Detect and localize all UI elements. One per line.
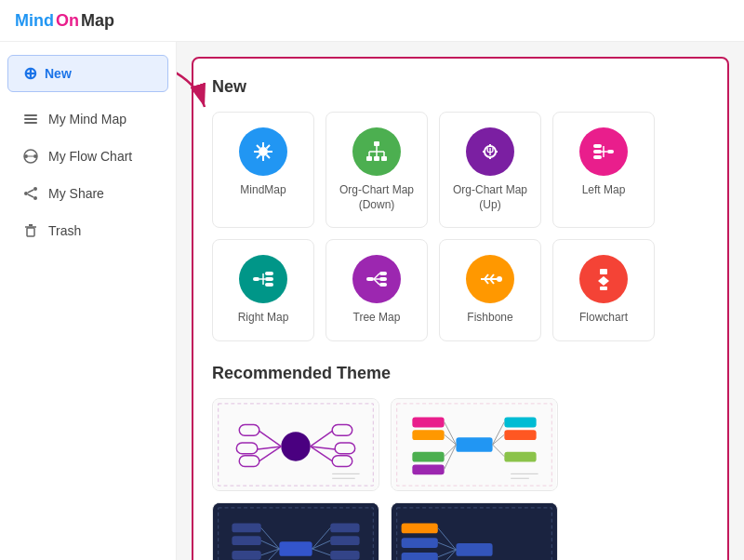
svg-point-4 <box>24 154 28 158</box>
map-grid: MindMap Org-Chart Map(Down) Ψ Org-Chart … <box>212 112 709 341</box>
svg-rect-49 <box>265 283 273 287</box>
logo-mind: Mind <box>15 11 54 31</box>
map-item-left-map[interactable]: Left Map <box>552 112 655 228</box>
theme-item-2[interactable] <box>391 398 558 491</box>
new-button-label: New <box>45 66 72 81</box>
svg-rect-109 <box>232 551 260 560</box>
org-chart-down-label: Org-Chart Map(Down) <box>339 183 414 212</box>
new-button[interactable]: ⊕ New <box>7 55 168 92</box>
sidebar-item-label: My Share <box>48 186 104 201</box>
new-section-title: New <box>212 77 709 97</box>
svg-rect-117 <box>330 551 359 560</box>
theme-item-4[interactable] <box>391 502 558 560</box>
svg-rect-48 <box>265 277 273 281</box>
flowchart-icon <box>579 255 628 303</box>
left-map-icon <box>579 127 628 176</box>
svg-line-23 <box>257 155 260 159</box>
logo-map: Map <box>81 11 114 31</box>
org-chart-up-icon: Ψ <box>466 127 514 176</box>
svg-rect-106 <box>279 541 312 556</box>
theme-item-1[interactable] <box>212 398 379 491</box>
mindmap-label: MindMap <box>240 183 286 198</box>
svg-rect-55 <box>379 283 387 287</box>
svg-rect-47 <box>265 272 273 275</box>
header: MindOnMap <box>0 0 744 42</box>
svg-rect-108 <box>232 536 260 545</box>
org-chart-up-label: Org-Chart Map (Up) <box>447 183 533 212</box>
app-layout: ⊕ New My Mind Map My Flow Chart My Share <box>0 42 744 560</box>
svg-line-56 <box>374 273 379 279</box>
svg-rect-89 <box>412 430 444 440</box>
svg-rect-26 <box>366 156 372 161</box>
svg-rect-42 <box>593 150 602 153</box>
map-item-mindmap[interactable]: MindMap <box>212 112 314 228</box>
svg-rect-96 <box>504 417 536 427</box>
org-chart-down-icon <box>352 127 401 176</box>
svg-rect-28 <box>381 156 387 161</box>
mindmap-icon <box>239 127 287 176</box>
svg-rect-65 <box>600 269 607 274</box>
left-map-label: Left Map <box>582 183 626 198</box>
svg-rect-0 <box>24 114 37 116</box>
svg-line-11 <box>28 194 33 197</box>
map-item-fishbone[interactable]: Fishbone <box>439 239 541 341</box>
svg-rect-126 <box>402 523 438 533</box>
theme-item-3[interactable] <box>212 502 379 560</box>
share-icon <box>22 185 39 202</box>
theme-grid <box>212 398 709 560</box>
fishbone-icon <box>466 255 514 303</box>
svg-rect-52 <box>366 277 374 281</box>
flowchart-label: Flowchart <box>579 311 628 326</box>
svg-point-8 <box>24 192 28 195</box>
fishbone-label: Fishbone <box>467 311 512 326</box>
svg-rect-53 <box>379 272 387 275</box>
sidebar-item-my-mind-map[interactable]: My Mind Map <box>7 101 168 137</box>
main-panel: New MindMap Org-Chart Map(Down) <box>192 57 729 560</box>
trash-icon <box>22 222 39 239</box>
tree-map-label: Tree Map <box>353 311 401 326</box>
svg-rect-88 <box>412 417 444 427</box>
map-item-org-chart-down[interactable]: Org-Chart Map(Down) <box>326 112 428 228</box>
sidebar-item-label: My Mind Map <box>48 112 126 127</box>
svg-rect-128 <box>402 553 438 560</box>
main-content: New MindMap Org-Chart Map(Down) <box>177 42 744 560</box>
svg-rect-107 <box>232 523 260 532</box>
map-item-flowchart[interactable]: Flowchart <box>552 239 655 341</box>
svg-rect-97 <box>504 430 536 440</box>
svg-rect-25 <box>374 141 379 146</box>
svg-rect-93 <box>412 464 444 474</box>
svg-line-22 <box>267 145 271 149</box>
plus-icon: ⊕ <box>23 63 37 84</box>
svg-rect-46 <box>253 277 259 281</box>
svg-rect-92 <box>412 452 444 462</box>
svg-rect-2 <box>24 122 37 124</box>
svg-point-7 <box>33 187 37 191</box>
sidebar-item-label: Trash <box>48 223 81 238</box>
tree-map-icon <box>352 255 401 303</box>
svg-marker-66 <box>598 276 609 286</box>
sidebar-item-trash[interactable]: Trash <box>7 213 168 248</box>
sidebar-item-my-share[interactable]: My Share <box>7 176 168 211</box>
map-item-tree-map[interactable]: Tree Map <box>326 239 428 341</box>
svg-rect-54 <box>379 277 387 281</box>
svg-line-21 <box>257 145 260 149</box>
svg-rect-125 <box>456 543 492 556</box>
svg-rect-87 <box>456 437 492 452</box>
svg-rect-127 <box>402 538 438 548</box>
svg-line-24 <box>267 155 271 159</box>
svg-rect-1 <box>24 118 37 120</box>
recommended-section-title: Recommended Theme <box>212 364 709 383</box>
svg-point-5 <box>33 154 37 158</box>
svg-point-64 <box>497 276 502 282</box>
mind-map-icon <box>22 111 39 127</box>
svg-rect-116 <box>330 536 359 545</box>
svg-line-58 <box>374 279 379 285</box>
flow-chart-icon <box>22 148 39 165</box>
right-map-icon <box>239 255 287 303</box>
sidebar: ⊕ New My Mind Map My Flow Chart My Share <box>0 42 177 560</box>
map-item-org-chart-up[interactable]: Ψ Org-Chart Map (Up) <box>439 112 541 228</box>
svg-rect-40 <box>607 150 614 153</box>
svg-rect-27 <box>374 156 379 161</box>
sidebar-item-my-flow-chart[interactable]: My Flow Chart <box>7 139 168 174</box>
map-item-right-map[interactable]: Right Map <box>212 239 314 341</box>
